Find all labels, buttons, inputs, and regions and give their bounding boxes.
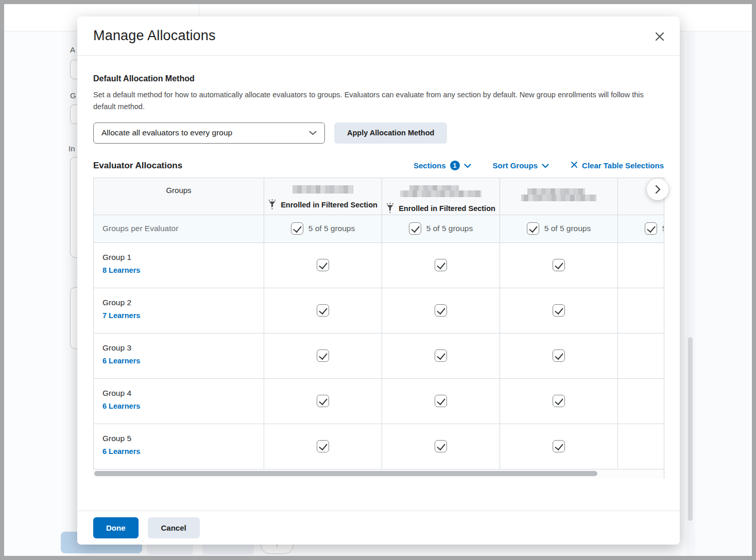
background-form-label: G — [70, 91, 76, 100]
select-all-checkbox[interactable] — [409, 222, 421, 235]
table-header-row: Groups Enrolled in Filtered Section — [94, 178, 664, 215]
groups-summary: 5 of 5 groups — [662, 224, 664, 233]
table-row: Group 5 6 Learners — [94, 424, 664, 469]
scroll-columns-right-button[interactable] — [647, 179, 668, 200]
default-allocation-method-description: Set a default method for how to automati… — [93, 89, 664, 113]
allocations-table: Groups Enrolled in Filtered Section — [93, 178, 664, 478]
background-right-panel — [695, 32, 752, 556]
filter-funnel-icon — [386, 203, 394, 215]
page-vertical-scrollbar[interactable] — [688, 337, 693, 521]
evaluator-allocations-heading: Evaluator Allocations — [93, 161, 182, 171]
table-horizontal-scrollbar-track — [93, 469, 664, 478]
chevron-down-icon — [464, 161, 471, 170]
allocation-checkbox[interactable] — [435, 304, 447, 317]
chevron-down-icon — [542, 161, 549, 170]
groups-summary: 5 of 5 groups — [308, 224, 355, 233]
clear-x-icon — [571, 161, 578, 170]
allocation-checkbox[interactable] — [317, 440, 329, 452]
groups-summary: 5 of 5 groups — [544, 224, 591, 233]
allocation-method-value: Allocate all evaluators to every group — [101, 128, 232, 137]
allocation-checkbox[interactable] — [435, 349, 447, 362]
allocation-checkbox[interactable] — [317, 304, 329, 317]
groups-per-evaluator-label: Groups per Evaluator — [94, 215, 264, 242]
sections-dropdown[interactable]: Sections 1 — [414, 161, 471, 170]
select-all-checkbox[interactable] — [291, 222, 303, 235]
enrolled-filter-label: Enrolled in Filtered Section — [399, 204, 495, 213]
dialog-header: Manage Allocations — [77, 16, 680, 56]
select-all-checkbox[interactable] — [645, 222, 657, 235]
dialog-footer: Done Cancel — [77, 511, 680, 545]
table-row: Group 1 8 Learners — [94, 242, 664, 288]
allocation-checkbox[interactable] — [553, 440, 565, 452]
sections-count-badge: 1 — [450, 161, 460, 170]
learners-link[interactable]: 6 Learners — [102, 402, 140, 410]
evaluator-column-header: Enrolled in Filtered Section — [382, 178, 500, 215]
evaluator-column-header: Enrolled in Filtered Section — [264, 178, 382, 215]
allocation-checkbox[interactable] — [553, 304, 565, 317]
filter-funnel-icon — [268, 199, 276, 211]
redacted-evaluator-name — [293, 185, 353, 194]
group-name: Group 2 — [102, 298, 264, 307]
sections-label: Sections — [414, 161, 446, 170]
clear-table-selections-button[interactable]: Clear Table Selections — [571, 161, 664, 170]
table-row: Group 4 6 Learners — [94, 378, 664, 424]
learners-link[interactable]: 6 Learners — [102, 447, 140, 456]
redacted-evaluator-name — [400, 185, 482, 197]
background-form-label: A — [70, 45, 75, 54]
enrolled-filter-label: Enrolled in Filtered Section — [281, 201, 377, 209]
allocation-checkbox[interactable] — [317, 349, 329, 362]
dialog-body: Default Allocation Method Set a default … — [77, 74, 680, 478]
table-row: Group 3 6 Learners — [94, 333, 664, 378]
background-form-label: In — [68, 144, 75, 153]
chevron-down-icon — [309, 128, 317, 137]
select-all-checkbox[interactable] — [527, 222, 539, 235]
default-allocation-method-heading: Default Allocation Method — [93, 74, 664, 83]
allocation-checkbox[interactable] — [435, 440, 447, 452]
groups-per-evaluator-row: Groups per Evaluator 5 of 5 groups 5 of … — [94, 215, 664, 242]
table-row: Group 2 7 Learners — [94, 288, 664, 333]
cancel-button[interactable]: Cancel — [148, 517, 200, 538]
manage-allocations-dialog: Manage Allocations Default Allocation Me… — [77, 16, 680, 545]
allocation-checkbox[interactable] — [435, 395, 447, 407]
group-name: Group 1 — [102, 253, 264, 262]
redacted-evaluator-name — [521, 188, 596, 201]
learners-link[interactable]: 6 Learners — [102, 357, 140, 365]
sort-groups-label: Sort Groups — [493, 161, 538, 170]
learners-link[interactable]: 7 Learners — [102, 311, 140, 320]
allocation-checkbox[interactable] — [553, 395, 565, 407]
allocation-checkbox[interactable] — [435, 259, 447, 271]
allocation-checkbox[interactable] — [317, 259, 329, 271]
table-horizontal-scrollbar[interactable] — [94, 471, 597, 476]
clear-table-selections-label: Clear Table Selections — [582, 161, 664, 170]
groups-column-header: Groups — [166, 186, 191, 215]
allocation-method-dropdown[interactable]: Allocate all evaluators to every group — [93, 122, 325, 144]
allocation-checkbox[interactable] — [553, 349, 565, 362]
apply-allocation-method-button[interactable]: Apply Allocation Method — [334, 122, 447, 144]
group-name: Group 3 — [102, 343, 264, 353]
groups-summary: 5 of 5 groups — [426, 224, 473, 233]
allocation-checkbox[interactable] — [317, 395, 329, 407]
sort-groups-dropdown[interactable]: Sort Groups — [493, 161, 549, 170]
dialog-title: Manage Allocations — [93, 28, 216, 44]
learners-link[interactable]: 8 Learners — [102, 266, 140, 274]
evaluator-column-header — [500, 178, 617, 215]
group-name: Group 4 — [102, 389, 264, 398]
group-name: Group 5 — [102, 434, 264, 443]
close-icon[interactable] — [653, 30, 666, 43]
allocation-checkbox[interactable] — [553, 259, 565, 271]
done-button[interactable]: Done — [93, 517, 139, 538]
